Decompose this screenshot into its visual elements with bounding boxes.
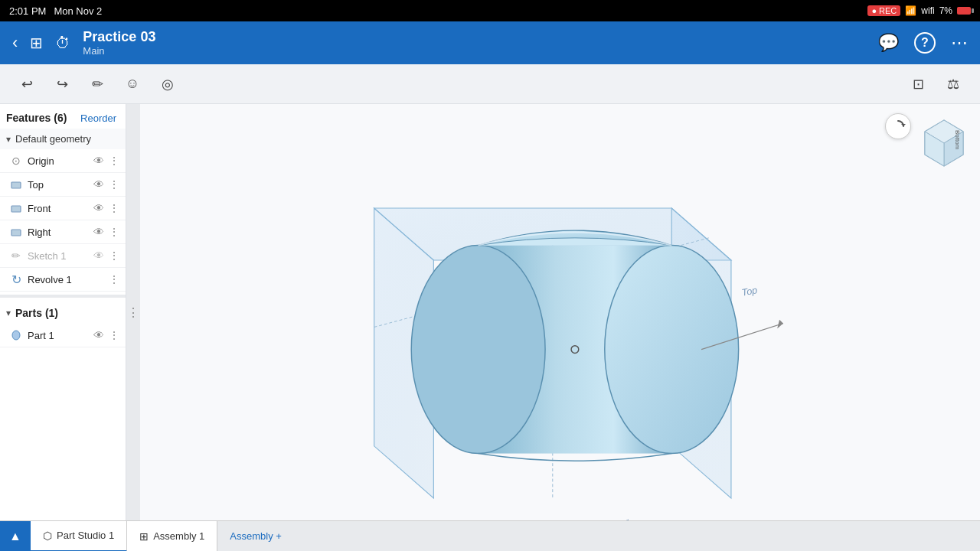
feature-item-origin: ⊙ Origin 👁 ⋮	[0, 149, 126, 173]
tab-bar-up-button[interactable]: ▲	[0, 521, 31, 552]
toolbar-right: ⊡ ⚖	[903, 70, 968, 99]
feature-item-right: Right 👁 ⋮	[0, 220, 126, 244]
signal-icon: 📶	[905, 5, 916, 16]
default-geometry-header[interactable]: ▾ Default geometry	[0, 129, 126, 149]
title-bar: ‹ ⊞ ⏱ Practice 03 Main 💬 ? ⋯	[0, 21, 980, 64]
top-visibility-button[interactable]: 👁	[93, 178, 104, 191]
measure-button[interactable]: ⚖	[939, 70, 968, 99]
assembly-label: Assembly 1	[153, 530, 204, 542]
3d-scene: Top Right	[140, 104, 980, 520]
svg-rect-1	[11, 206, 21, 212]
svg-rect-0	[11, 182, 21, 188]
workspace-icon[interactable]: ⊞	[30, 34, 43, 52]
parts-header: ▾ Parts (1)	[0, 301, 126, 324]
status-left: 2:01 PM Mon Nov 2	[9, 5, 102, 17]
status-right: ● REC 📶 wifi 7%	[867, 5, 971, 16]
part-studio-icon: ⬡	[43, 530, 52, 542]
sketch1-visibility-button[interactable]: 👁	[93, 249, 104, 262]
title-area: Practice 03 Main	[83, 29, 866, 57]
help-button[interactable]: ?	[914, 32, 936, 54]
origin-more-button[interactable]: ⋮	[109, 155, 119, 167]
battery-icon	[957, 7, 971, 15]
history-icon[interactable]: ⏱	[55, 34, 70, 52]
part1-more-button[interactable]: ⋮	[109, 329, 119, 341]
origin-icon: ⊙	[9, 154, 23, 168]
section-view-button[interactable]: ⊡	[903, 70, 933, 99]
part-icon	[9, 328, 23, 342]
svg-point-3	[12, 331, 20, 340]
revolve1-name: Revolve 1	[28, 274, 104, 285]
assembly-icon: ⊞	[139, 530, 149, 543]
recording-icon: ● REC	[867, 5, 900, 16]
part1-visibility-button[interactable]: 👁	[93, 329, 104, 341]
front-visibility-button[interactable]: 👁	[93, 202, 104, 214]
tab-part-studio[interactable]: ⬡ Part Studio 1	[31, 521, 127, 552]
svg-text:Bottom: Bottom	[954, 130, 961, 150]
add-assembly-label: Assembly +	[230, 530, 282, 542]
right-name: Right	[28, 227, 89, 238]
top-name: Top	[28, 179, 89, 191]
time: 2:01 PM	[9, 5, 46, 17]
document-title: Practice 03	[83, 29, 866, 45]
default-geometry-label: Default geometry	[15, 133, 116, 145]
reorder-button[interactable]: Reorder	[80, 112, 116, 124]
redo-button[interactable]: ↪	[47, 70, 77, 99]
right-more-button[interactable]: ⋮	[109, 226, 119, 238]
sketch1-more-button[interactable]: ⋮	[109, 249, 119, 262]
svg-point-13	[605, 246, 739, 454]
feature-item-part1: Part 1 👁 ⋮	[0, 324, 126, 347]
top-plane-icon	[9, 178, 23, 191]
viewport[interactable]: Top Right Bottom	[140, 104, 980, 520]
front-more-button[interactable]: ⋮	[109, 202, 119, 214]
parts-title: Parts (1)	[15, 307, 116, 319]
feature-item-revolve1: ↻ Revolve 1 ⋮	[0, 268, 126, 292]
features-title: Features (6)	[6, 112, 76, 124]
top-more-button[interactable]: ⋮	[109, 178, 119, 191]
back-button[interactable]: ‹	[12, 33, 18, 53]
bottom-tabs: ▲ ⬡ Part Studio 1 ⊞ Assembly 1 Assembly …	[0, 520, 980, 551]
view-cube[interactable]: Bottom	[917, 116, 971, 170]
face-button[interactable]: ☺	[118, 70, 147, 99]
status-bar: 2:01 PM Mon Nov 2 ● REC 📶 wifi 7%	[0, 0, 980, 21]
feature-item-sketch1: ✏ Sketch 1 👁 ⋮	[0, 244, 126, 268]
undo-button[interactable]: ↩	[12, 70, 41, 99]
feature-item-front: Front 👁 ⋮	[0, 197, 126, 220]
right-visibility-button[interactable]: 👁	[93, 226, 104, 238]
title-bar-actions: 💬 ? ⋯	[878, 32, 968, 54]
collapse-handle-icon: ⋮	[127, 305, 139, 320]
orbit-button[interactable]: ◎	[153, 70, 182, 99]
wifi-icon: wifi	[921, 5, 934, 16]
sidebar-collapse-handle[interactable]: ⋮	[126, 104, 140, 520]
date: Mon Nov 2	[54, 5, 102, 17]
sidebar-divider	[0, 295, 126, 298]
orbit-reset-button[interactable]	[885, 113, 911, 139]
sketch1-name: Sketch 1	[28, 250, 89, 262]
sketch-icon: ✏	[9, 249, 23, 262]
viewport-3d: Top Right Bottom	[140, 104, 980, 520]
sidebar: Features (6) Reorder ▾ Default geometry …	[0, 104, 126, 520]
svg-rect-2	[11, 230, 21, 236]
features-header: Features (6) Reorder	[0, 104, 126, 129]
origin-visibility-button[interactable]: 👁	[93, 155, 104, 167]
battery-pct: 7%	[939, 5, 952, 16]
svg-point-12	[411, 246, 545, 454]
feature-item-top: Top 👁 ⋮	[0, 173, 126, 197]
more-button[interactable]: ⋯	[951, 33, 968, 53]
document-subtitle: Main	[83, 45, 866, 57]
part1-name: Part 1	[28, 330, 89, 341]
origin-name: Origin	[28, 155, 89, 167]
comment-button[interactable]: 💬	[878, 33, 899, 53]
svg-marker-25	[901, 124, 906, 126]
main-content: Features (6) Reorder ▾ Default geometry …	[0, 104, 980, 520]
revolve1-more-button[interactable]: ⋮	[109, 273, 119, 285]
front-plane-icon	[9, 201, 23, 215]
right-plane-icon	[9, 225, 23, 239]
tab-assembly[interactable]: ⊞ Assembly 1	[127, 521, 217, 552]
revolve-icon: ↻	[9, 272, 23, 286]
add-assembly-button[interactable]: Assembly +	[217, 521, 294, 552]
collapse-arrow-icon[interactable]: ▾	[6, 134, 11, 145]
toolbar: ↩ ↪ ✏ ☺ ◎ ⊡ ⚖	[0, 64, 980, 104]
parts-collapse-icon[interactable]: ▾	[6, 308, 11, 318]
front-name: Front	[28, 203, 89, 214]
sketch-button[interactable]: ✏	[83, 70, 112, 99]
